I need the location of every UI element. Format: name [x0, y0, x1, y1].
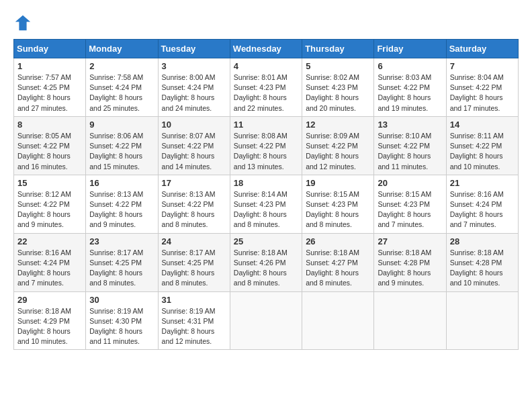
col-header-thursday: Thursday [302, 40, 374, 58]
calendar-table: SundayMondayTuesdayWednesdayThursdayFrid… [13, 39, 519, 350]
day-detail: Sunrise: 8:07 AM Sunset: 4:22 PM Dayligh… [162, 131, 226, 172]
day-number: 18 [234, 178, 298, 188]
day-number: 4 [234, 61, 298, 71]
day-cell: 17 Sunrise: 8:13 AM Sunset: 4:22 PM Dayl… [158, 175, 230, 233]
week-row-5: 29 Sunrise: 8:18 AM Sunset: 4:29 PM Dayl… [14, 291, 519, 350]
day-number: 5 [306, 61, 370, 71]
day-number: 7 [450, 61, 515, 71]
day-cell: 3 Sunrise: 8:00 AM Sunset: 4:24 PM Dayli… [158, 58, 230, 117]
day-cell: 5 Sunrise: 8:02 AM Sunset: 4:23 PM Dayli… [302, 58, 374, 117]
day-cell: 19 Sunrise: 8:15 AM Sunset: 4:23 PM Dayl… [302, 175, 374, 233]
week-row-3: 15 Sunrise: 8:12 AM Sunset: 4:22 PM Dayl… [14, 175, 519, 233]
week-row-4: 22 Sunrise: 8:16 AM Sunset: 4:24 PM Dayl… [14, 233, 519, 291]
day-detail: Sunrise: 8:17 AM Sunset: 4:25 PM Dayligh… [89, 248, 154, 289]
day-detail: Sunrise: 8:04 AM Sunset: 4:22 PM Dayligh… [450, 73, 515, 113]
calendar-header-row: SundayMondayTuesdayWednesdayThursdayFrid… [14, 40, 519, 58]
day-detail: Sunrise: 7:57 AM Sunset: 4:25 PM Dayligh… [17, 73, 82, 113]
day-detail: Sunrise: 8:05 AM Sunset: 4:22 PM Dayligh… [17, 131, 82, 172]
day-detail: Sunrise: 8:03 AM Sunset: 4:22 PM Dayligh… [378, 73, 442, 113]
day-detail: Sunrise: 8:13 AM Sunset: 4:22 PM Dayligh… [162, 189, 226, 230]
page-header [13, 13, 519, 32]
day-detail: Sunrise: 8:17 AM Sunset: 4:25 PM Dayligh… [162, 248, 226, 289]
day-cell: 12 Sunrise: 8:09 AM Sunset: 4:22 PM Dayl… [302, 116, 374, 175]
day-cell: 16 Sunrise: 8:13 AM Sunset: 4:22 PM Dayl… [86, 175, 158, 233]
day-cell: 26 Sunrise: 8:18 AM Sunset: 4:27 PM Dayl… [302, 233, 374, 291]
day-number: 31 [162, 295, 226, 305]
day-detail: Sunrise: 8:06 AM Sunset: 4:22 PM Dayligh… [89, 131, 154, 172]
day-number: 25 [234, 236, 298, 246]
day-cell: 13 Sunrise: 8:10 AM Sunset: 4:22 PM Dayl… [374, 116, 446, 175]
day-cell: 30 Sunrise: 8:19 AM Sunset: 4:30 PM Dayl… [86, 291, 158, 350]
day-number: 15 [17, 178, 82, 188]
day-cell: 10 Sunrise: 8:07 AM Sunset: 4:22 PM Dayl… [158, 116, 230, 175]
day-detail: Sunrise: 8:11 AM Sunset: 4:22 PM Dayligh… [450, 131, 515, 172]
day-cell: 6 Sunrise: 8:03 AM Sunset: 4:22 PM Dayli… [374, 58, 446, 117]
day-cell: 20 Sunrise: 8:15 AM Sunset: 4:23 PM Dayl… [374, 175, 446, 233]
day-cell: 2 Sunrise: 7:58 AM Sunset: 4:24 PM Dayli… [86, 58, 158, 117]
day-number: 30 [89, 295, 154, 305]
day-detail: Sunrise: 8:18 AM Sunset: 4:28 PM Dayligh… [450, 248, 515, 289]
day-cell: 14 Sunrise: 8:11 AM Sunset: 4:22 PM Dayl… [446, 116, 518, 175]
day-detail: Sunrise: 8:02 AM Sunset: 4:23 PM Dayligh… [306, 73, 370, 113]
day-cell [302, 291, 374, 350]
day-number: 11 [234, 120, 298, 130]
day-cell: 1 Sunrise: 7:57 AM Sunset: 4:25 PM Dayli… [14, 58, 86, 117]
day-cell: 23 Sunrise: 8:17 AM Sunset: 4:25 PM Dayl… [86, 233, 158, 291]
day-cell: 4 Sunrise: 8:01 AM Sunset: 4:23 PM Dayli… [230, 58, 302, 117]
day-number: 1 [17, 61, 82, 71]
day-number: 19 [306, 178, 370, 188]
day-cell [230, 291, 302, 350]
logo [13, 13, 35, 32]
day-number: 10 [162, 120, 226, 130]
day-detail: Sunrise: 8:08 AM Sunset: 4:22 PM Dayligh… [234, 131, 298, 172]
week-row-2: 8 Sunrise: 8:05 AM Sunset: 4:22 PM Dayli… [14, 116, 519, 175]
day-number: 24 [162, 236, 226, 246]
day-detail: Sunrise: 8:16 AM Sunset: 4:24 PM Dayligh… [17, 248, 82, 289]
day-number: 28 [450, 236, 515, 246]
day-number: 29 [17, 295, 82, 305]
day-cell: 8 Sunrise: 8:05 AM Sunset: 4:22 PM Dayli… [14, 116, 86, 175]
day-detail: Sunrise: 8:14 AM Sunset: 4:23 PM Dayligh… [234, 189, 298, 230]
day-detail: Sunrise: 8:00 AM Sunset: 4:24 PM Dayligh… [162, 73, 226, 113]
col-header-sunday: Sunday [14, 40, 86, 58]
day-detail: Sunrise: 8:18 AM Sunset: 4:26 PM Dayligh… [234, 248, 298, 289]
day-number: 9 [89, 120, 154, 130]
col-header-saturday: Saturday [446, 40, 518, 58]
day-cell: 24 Sunrise: 8:17 AM Sunset: 4:25 PM Dayl… [158, 233, 230, 291]
day-cell: 7 Sunrise: 8:04 AM Sunset: 4:22 PM Dayli… [446, 58, 518, 117]
day-cell: 28 Sunrise: 8:18 AM Sunset: 4:28 PM Dayl… [446, 233, 518, 291]
day-detail: Sunrise: 8:19 AM Sunset: 4:31 PM Dayligh… [162, 306, 226, 347]
day-detail: Sunrise: 8:19 AM Sunset: 4:30 PM Dayligh… [89, 306, 154, 347]
day-detail: Sunrise: 8:18 AM Sunset: 4:29 PM Dayligh… [17, 306, 82, 347]
day-number: 17 [162, 178, 226, 188]
day-number: 14 [450, 120, 515, 130]
col-header-friday: Friday [374, 40, 446, 58]
day-cell: 18 Sunrise: 8:14 AM Sunset: 4:23 PM Dayl… [230, 175, 302, 233]
day-detail: Sunrise: 8:15 AM Sunset: 4:23 PM Dayligh… [378, 189, 442, 230]
day-number: 22 [17, 236, 82, 246]
day-detail: Sunrise: 8:18 AM Sunset: 4:28 PM Dayligh… [378, 248, 442, 289]
day-detail: Sunrise: 8:01 AM Sunset: 4:23 PM Dayligh… [234, 73, 298, 113]
day-number: 12 [306, 120, 370, 130]
day-number: 26 [306, 236, 370, 246]
day-number: 20 [378, 178, 442, 188]
day-cell: 11 Sunrise: 8:08 AM Sunset: 4:22 PM Dayl… [230, 116, 302, 175]
col-header-wednesday: Wednesday [230, 40, 302, 58]
week-row-1: 1 Sunrise: 7:57 AM Sunset: 4:25 PM Dayli… [14, 58, 519, 117]
day-number: 23 [89, 236, 154, 246]
day-number: 8 [17, 120, 82, 130]
day-detail: Sunrise: 8:16 AM Sunset: 4:24 PM Dayligh… [450, 189, 515, 230]
logo-icon [13, 13, 32, 32]
day-cell: 29 Sunrise: 8:18 AM Sunset: 4:29 PM Dayl… [14, 291, 86, 350]
day-detail: Sunrise: 8:13 AM Sunset: 4:22 PM Dayligh… [89, 189, 154, 230]
day-detail: Sunrise: 8:18 AM Sunset: 4:27 PM Dayligh… [306, 248, 370, 289]
day-cell: 9 Sunrise: 8:06 AM Sunset: 4:22 PM Dayli… [86, 116, 158, 175]
col-header-monday: Monday [86, 40, 158, 58]
day-detail: Sunrise: 8:15 AM Sunset: 4:23 PM Dayligh… [306, 189, 370, 230]
day-number: 3 [162, 61, 226, 71]
day-number: 13 [378, 120, 442, 130]
col-header-tuesday: Tuesday [158, 40, 230, 58]
day-number: 6 [378, 61, 442, 71]
day-cell [446, 291, 518, 350]
day-cell: 31 Sunrise: 8:19 AM Sunset: 4:31 PM Dayl… [158, 291, 230, 350]
